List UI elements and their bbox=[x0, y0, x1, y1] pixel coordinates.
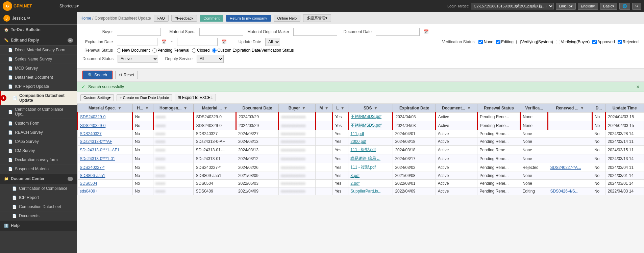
update-date-select[interactable]: All bbox=[265, 38, 280, 46]
verify-rejected-checkbox[interactable] bbox=[618, 40, 622, 44]
renewed-link[interactable]: SDS0426-4/S... bbox=[550, 189, 578, 194]
reset-button[interactable]: ↺ Reset bbox=[115, 71, 138, 79]
renewal-closed-label[interactable]: Closed bbox=[192, 48, 209, 53]
cell-sds[interactable]: 2000.pdf bbox=[348, 138, 393, 146]
document-status-select[interactable]: Active Inactive All bbox=[118, 55, 158, 63]
material-spec-link[interactable]: SDS240227-* bbox=[80, 165, 104, 170]
cell-material-spec[interactable]: SDS240327 bbox=[78, 130, 133, 138]
sidebar-item-todo[interactable]: 🏠 To-Do / Bulletin bbox=[0, 25, 77, 35]
sds-link[interactable]: 不锈钢MSDS.pdf bbox=[351, 114, 381, 119]
shortcuts-menu[interactable]: Shortcuts▾ bbox=[59, 4, 79, 8]
material-spec-link[interactable]: SDs24313-0***AF bbox=[80, 139, 112, 144]
expiration-date-to[interactable] bbox=[177, 38, 218, 46]
sidebar-item-composition-sheet[interactable]: 📄 Composition Datasheet bbox=[0, 202, 77, 211]
sort-buyer[interactable]: ▼ bbox=[302, 106, 306, 110]
cell-material-spec[interactable]: SDS0504 bbox=[78, 180, 133, 187]
renewal-new-radio[interactable] bbox=[117, 48, 121, 53]
material-spec-link[interactable]: SDS806-aaa1 bbox=[80, 173, 105, 178]
verify-editing-checkbox[interactable] bbox=[496, 40, 500, 44]
verify-rejected-label[interactable]: Rejected bbox=[618, 40, 639, 44]
sidebar-item-cert-compliance-up[interactable]: 📄 Certification of Compliance Upc... bbox=[0, 105, 77, 119]
export-excel-button[interactable]: ⊞ Export to EXCEL bbox=[175, 94, 216, 101]
cell-material-spec[interactable]: SDS240329-0 bbox=[78, 121, 133, 130]
verify-approved-checkbox[interactable] bbox=[592, 40, 597, 44]
cell-sds[interactable]: 不锈钢MSDS.pdf bbox=[348, 112, 393, 121]
sds-link[interactable]: 3.pdf bbox=[350, 173, 360, 178]
renewal-pending-radio[interactable] bbox=[152, 48, 157, 53]
material-original-maker-input[interactable] bbox=[293, 28, 337, 36]
verify-none-label[interactable]: None bbox=[478, 40, 493, 44]
material-spec-link[interactable]: SDs24313-0***1-01 bbox=[80, 156, 115, 161]
renewed-link[interactable]: SDS240227-*A... bbox=[550, 165, 581, 170]
user-info[interactable]: J Jessica ✉ bbox=[0, 12, 77, 25]
sds-link[interactable]: 2000.pdf bbox=[350, 139, 366, 144]
cell-sds[interactable]: 111 - 複製.pdf bbox=[348, 146, 393, 154]
material-spec-link[interactable]: sds0409+ bbox=[80, 189, 97, 194]
verify-approved-label[interactable]: Approved bbox=[592, 40, 615, 44]
sort-material-spec[interactable]: ▼ bbox=[118, 106, 122, 110]
multi-lang-button[interactable]: 多語系管理▾ bbox=[303, 14, 331, 22]
link-to-button[interactable]: Link To▾ bbox=[556, 3, 576, 10]
deputy-service-select[interactable]: All bbox=[197, 55, 224, 63]
feedback-button[interactable]: ?Feedback bbox=[171, 15, 197, 22]
sidebar-item-edit-reply[interactable]: ✏️ Edit and Reply − bbox=[0, 35, 77, 46]
verify-system-label[interactable]: Verifying(System) bbox=[516, 40, 553, 44]
document-date-input[interactable] bbox=[376, 28, 420, 36]
verify-system-checkbox[interactable] bbox=[516, 40, 521, 44]
comment-button[interactable]: Comment bbox=[200, 15, 223, 22]
cell-sds[interactable]: 2.pdf bbox=[348, 180, 393, 187]
create-no-due-button[interactable]: + Create no Due Date Update bbox=[117, 94, 172, 101]
sort-h[interactable]: ▼ bbox=[145, 106, 149, 110]
breadcrumb-home[interactable]: Home bbox=[80, 16, 91, 21]
sidebar-item-document-center[interactable]: 📁 Document Center − bbox=[0, 174, 77, 184]
sds-link[interactable]: 不锈钢MSDS.pdf bbox=[351, 123, 381, 128]
sort-material[interactable]: ▼ bbox=[224, 106, 228, 110]
expiration-date-from[interactable] bbox=[117, 38, 157, 46]
renewal-pending-label[interactable]: Pending Renewal bbox=[152, 48, 189, 53]
sidebar-item-ca65-survey[interactable]: 📄 CA65 Survey bbox=[0, 137, 77, 146]
sds-link[interactable]: 111 - 複製.pdf bbox=[350, 147, 376, 152]
signout-button[interactable]: ↪ bbox=[632, 3, 641, 10]
cell-material-spec[interactable]: SDS806-aaa1 bbox=[78, 172, 133, 180]
sds-link[interactable]: 111 - 複製.pdf bbox=[350, 165, 376, 170]
sidebar-item-datasheet-doc[interactable]: 📄 Datasheet Document bbox=[0, 73, 77, 82]
sort-document[interactable]: ▼ bbox=[467, 106, 471, 110]
sds-link[interactable]: 111.pdf bbox=[350, 131, 364, 136]
material-spec-link[interactable]: SDs24313-0***1--AF1 bbox=[80, 148, 119, 152]
cell-material-spec[interactable]: SDS240227-* bbox=[78, 163, 133, 172]
sds-link[interactable]: 聯易網路 综易 ... bbox=[350, 156, 380, 161]
cell-material-spec[interactable]: SDs24313-0***AF bbox=[78, 138, 133, 146]
sidebar-item-series-name[interactable]: 📄 Series Name Survey bbox=[0, 55, 77, 64]
return-button[interactable]: Return to my company bbox=[226, 15, 271, 22]
verify-buyer-label[interactable]: Verifying(Buyer) bbox=[556, 40, 590, 44]
basic-button[interactable]: Basic▾ bbox=[600, 3, 617, 10]
material-spec-link[interactable]: SDS240329-0 bbox=[80, 115, 105, 119]
cell-sds[interactable]: 3.pdf bbox=[348, 172, 393, 180]
sidebar-item-icp-report2[interactable]: 📄 ICP Report bbox=[0, 193, 77, 202]
english-button[interactable]: English▾ bbox=[578, 3, 598, 10]
sort-renewed[interactable]: ▼ bbox=[580, 106, 584, 110]
sidebar-item-mcd-survey[interactable]: 📄 MCD Survey bbox=[0, 64, 77, 73]
buyer-input[interactable] bbox=[117, 28, 161, 36]
cell-sds[interactable]: SupplierPartLis... bbox=[348, 187, 393, 195]
cal-icon-from[interactable]: 📅 bbox=[162, 40, 167, 44]
sidebar-item-custom-form[interactable]: 📄 Custom Form bbox=[0, 119, 77, 128]
sidebar-item-documents[interactable]: 📄 Documents bbox=[0, 211, 77, 221]
document-date-cal-icon[interactable]: 📅 bbox=[424, 29, 429, 34]
verify-editing-label[interactable]: Editing bbox=[496, 40, 514, 44]
cell-material-spec[interactable]: SDs24313-0***1--AF1 bbox=[78, 146, 133, 154]
sort-homogen[interactable]: ▼ bbox=[183, 106, 188, 110]
sort-sds[interactable]: ▼ bbox=[374, 106, 378, 110]
cell-material-spec[interactable]: sds0409+ bbox=[78, 187, 133, 195]
renewal-custom-label[interactable]: Custom Expiration Date/Verification Stat… bbox=[212, 48, 294, 53]
login-target-select[interactable]: C2-1571928616159[8013荣BU123(简X粒...) bbox=[471, 3, 554, 9]
verify-buyer-checkbox[interactable] bbox=[556, 40, 560, 44]
sidebar-item-composition[interactable]: 1 📄 Composition Datasheet Update bbox=[0, 91, 77, 105]
sds-link[interactable]: SupplierPartLis... bbox=[350, 189, 381, 194]
faq-button[interactable]: FAQ bbox=[154, 15, 169, 22]
cell-sds[interactable]: 聯易網路 综易 ... bbox=[348, 154, 393, 163]
cal-icon-to[interactable]: 📅 bbox=[222, 40, 227, 44]
material-spec-link[interactable]: SDS0504 bbox=[80, 181, 97, 186]
custom-setting-button[interactable]: Custom Setting▾ bbox=[80, 94, 114, 101]
verify-none-checkbox[interactable] bbox=[478, 40, 483, 44]
